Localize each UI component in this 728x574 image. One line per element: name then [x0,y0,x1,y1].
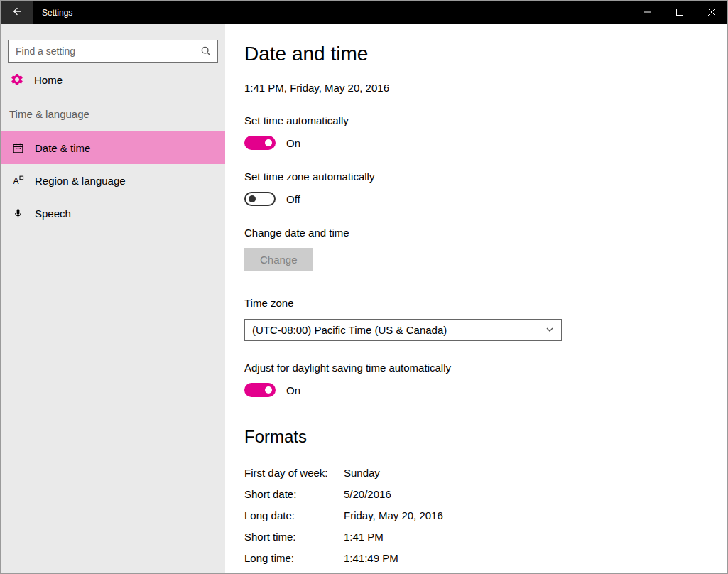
back-arrow-icon [11,6,23,19]
time-zone-dropdown[interactable]: (UTC-08:00) Pacific Time (US & Canada) [244,319,562,341]
formats-title: Formats [244,427,727,447]
search-box [8,40,218,63]
sidebar-home-label: Home [34,74,63,86]
search-icon[interactable] [200,45,212,60]
settings-window: Settings [0,0,728,574]
current-datetime: 1:41 PM, Friday, May 20, 2016 [244,82,727,94]
change-date-time-group: Change date and time Change [244,227,727,271]
toggle-knob [249,195,256,202]
formats-section: Formats First day of week: Sunday Short … [244,427,727,574]
maximize-icon [676,7,683,18]
change-date-time-label: Change date and time [244,227,727,239]
format-row-value: Sunday [344,467,727,479]
titlebar: Settings [1,1,727,24]
minimize-button[interactable] [631,1,663,24]
sidebar-item-label: Date & time [35,142,90,154]
window-controls [631,1,727,24]
set-timezone-automatically-toggle[interactable] [244,192,276,206]
time-zone-label: Time zone [244,297,727,309]
set-time-automatically-toggle[interactable] [244,136,276,150]
gear-icon [10,72,24,87]
format-row-value: 5/20/2016 [344,488,727,500]
set-timezone-automatically-group: Set time zone automatically Off [244,170,727,206]
set-time-automatically-state: On [286,137,300,149]
time-zone-group: Time zone (UTC-08:00) Pacific Time (US &… [244,297,727,341]
sidebar-item-label: Region & language [35,175,126,187]
back-button[interactable] [1,1,33,24]
maximize-button[interactable] [663,1,695,24]
characters-icon: A [11,175,25,187]
close-button[interactable] [695,1,727,24]
main-content: Date and time 1:41 PM, Friday, May 20, 2… [225,24,727,574]
format-row-value: 1:41:49 PM [344,552,727,564]
format-row-label: Long time: [244,552,344,564]
sidebar-item-home[interactable]: Home [1,65,225,94]
sidebar-section-header: Time & language [1,104,225,124]
sidebar-nav: Date & time A Region & language Speech [1,131,225,229]
microphone-icon [11,208,25,219]
daylight-saving-state: On [286,384,300,396]
minimize-icon [644,7,651,18]
page-title: Date and time [244,42,727,66]
daylight-saving-group: Adjust for daylight saving time automati… [244,362,727,397]
formats-table: First day of week: Sunday Short date: 5/… [244,467,727,564]
window-title: Settings [42,1,72,24]
search-input[interactable] [8,40,218,63]
toggle-knob [265,139,272,146]
set-timezone-automatically-label: Set time zone automatically [244,170,727,183]
sidebar-item-speech[interactable]: Speech [1,197,225,229]
format-row-label: First day of week: [244,467,344,479]
chevron-down-icon [545,324,554,336]
format-row-label: Short date: [244,488,344,500]
set-time-automatically-group: Set time automatically On [244,114,727,150]
svg-text:A: A [13,176,18,186]
close-icon [708,7,715,18]
format-row-value: Friday, May 20, 2016 [344,509,727,521]
daylight-saving-label: Adjust for daylight saving time automati… [244,362,727,374]
sidebar: Home Time & language Date & time A Regio… [1,24,225,574]
sidebar-item-region-language[interactable]: A Region & language [1,164,225,197]
format-row-value: 1:41 PM [344,531,727,543]
daylight-saving-toggle[interactable] [244,383,276,397]
set-time-automatically-label: Set time automatically [244,114,727,126]
change-button[interactable]: Change [244,248,313,271]
sidebar-item-date-time[interactable]: Date & time [1,131,225,164]
toggle-knob [265,386,272,394]
sidebar-item-label: Speech [35,207,71,220]
app-body: Home Time & language Date & time A Regio… [1,24,727,574]
time-zone-selected-value: (UTC-08:00) Pacific Time (US & Canada) [252,324,447,336]
calendar-clock-icon [11,142,25,154]
set-timezone-automatically-state: Off [286,193,300,205]
format-row-label: Long date: [244,509,344,521]
format-row-label: Short time: [244,531,344,543]
